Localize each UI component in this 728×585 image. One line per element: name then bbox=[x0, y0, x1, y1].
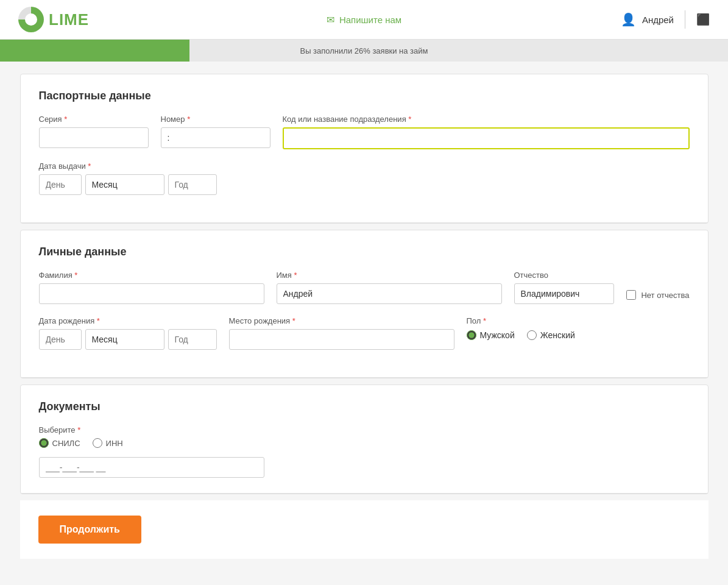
progress-bar-fill bbox=[0, 40, 189, 62]
seria-input[interactable] bbox=[39, 127, 149, 148]
header-right: 👤 Андрей ⬛ bbox=[621, 10, 710, 29]
documents-section-title: Документы bbox=[39, 400, 690, 413]
snils-input[interactable] bbox=[39, 457, 264, 478]
personal-divider bbox=[21, 377, 708, 378]
logo: LIME bbox=[18, 7, 89, 32]
date-vydachi-inputs: Месяц Январь Февраль Март Апрель Май Июн… bbox=[39, 174, 217, 195]
seria-label: Серия * bbox=[39, 115, 149, 124]
nomer-label: Номер * bbox=[161, 115, 270, 124]
doc-select-group: Выберите * СНИЛС ИНН bbox=[39, 425, 690, 457]
logo-icon bbox=[18, 7, 44, 32]
kod-group: Код или название подразделения * bbox=[283, 115, 690, 149]
kod-input[interactable] bbox=[283, 127, 690, 149]
pol-label: Пол * bbox=[467, 316, 575, 325]
date-vydachi-group: Дата выдачи * Месяц Январь Февраль Март … bbox=[39, 161, 217, 195]
passport-date-row: Дата выдачи * Месяц Январь Февраль Март … bbox=[39, 161, 690, 195]
dob-group: Дата рождения * Месяц Январь Февраль Мар… bbox=[39, 316, 217, 350]
dob-inputs: Месяц Январь Февраль Март Апрель Май Июн… bbox=[39, 329, 217, 350]
mesto-input[interactable] bbox=[229, 329, 454, 350]
documents-divider bbox=[21, 493, 708, 494]
user-name: Андрей bbox=[642, 15, 674, 25]
dob-month-select[interactable]: Месяц Январь Февраль Март Апрель Май Июн… bbox=[85, 329, 164, 350]
imya-input[interactable] bbox=[277, 283, 502, 304]
otchestvo-input[interactable] bbox=[514, 283, 615, 304]
submit-section: Продолжить bbox=[20, 500, 709, 559]
contact-link[interactable]: ✉ Напишите нам bbox=[327, 14, 401, 26]
male-radio[interactable] bbox=[467, 330, 476, 340]
header: LIME ✉ Напишите нам 👤 Андрей ⬛ bbox=[0, 0, 728, 40]
snils-radio[interactable] bbox=[39, 438, 49, 448]
logo-text: LIME bbox=[49, 10, 89, 29]
envelope-icon: ✉ bbox=[327, 14, 334, 26]
personal-section-title: Личные данные bbox=[39, 246, 690, 258]
otchestvo-group: Отчество bbox=[514, 271, 615, 304]
female-label: Женский bbox=[540, 330, 575, 340]
header-divider bbox=[685, 10, 685, 29]
nomer-group: Номер * bbox=[161, 115, 270, 148]
vydachi-month-select[interactable]: Месяц Январь Февраль Март Апрель Май Июн… bbox=[85, 174, 164, 195]
gender-radio-row: Мужской Женский bbox=[467, 330, 575, 340]
user-icon: 👤 bbox=[621, 12, 636, 27]
vydachi-day-input[interactable] bbox=[39, 174, 82, 195]
personal-section: Личные данные Фамилия * Имя * bbox=[20, 230, 709, 378]
snils-label: СНИЛС bbox=[52, 439, 80, 448]
dob-label: Дата рождения * bbox=[39, 316, 217, 325]
main-content: Паспортные данные Серия * Номер * bbox=[14, 74, 715, 559]
no-otchestvo-checkbox[interactable] bbox=[626, 290, 636, 300]
progress-bar-container: Вы заполнили 26% заявки на займ bbox=[0, 40, 728, 62]
contact-text: Напишите нам bbox=[339, 15, 401, 25]
doc-select-label: Выберите * bbox=[39, 425, 690, 434]
inn-radio-item[interactable]: ИНН bbox=[93, 438, 123, 448]
inn-label: ИНН bbox=[106, 439, 123, 448]
female-radio-item[interactable]: Женский bbox=[527, 330, 575, 340]
personal-section-inner: Личные данные Фамилия * Имя * bbox=[21, 230, 708, 377]
mesto-label: Место рождения * bbox=[229, 316, 454, 325]
submit-button[interactable]: Продолжить bbox=[38, 516, 141, 544]
male-radio-item[interactable]: Мужской bbox=[467, 330, 515, 340]
imya-group: Имя * bbox=[277, 271, 502, 304]
imya-label: Имя * bbox=[277, 271, 502, 280]
familiya-input[interactable] bbox=[39, 283, 264, 304]
documents-section: Документы Выберите * СНИЛС ИНН bbox=[20, 385, 709, 494]
passport-section: Паспортные данные Серия * Номер * bbox=[20, 74, 709, 224]
seria-group: Серия * bbox=[39, 115, 149, 148]
vydachi-year-input[interactable] bbox=[168, 174, 217, 195]
otchestvo-label: Отчество bbox=[514, 271, 615, 280]
mesto-group: Место рождения * bbox=[229, 316, 454, 350]
doc-radio-row: СНИЛС ИНН bbox=[39, 438, 690, 448]
no-otchestvo-label[interactable]: Нет отчества bbox=[641, 291, 689, 300]
inn-radio[interactable] bbox=[93, 438, 102, 448]
nomer-input[interactable] bbox=[161, 127, 270, 148]
snils-radio-item[interactable]: СНИЛС bbox=[39, 438, 80, 448]
passport-divider bbox=[21, 222, 708, 223]
passport-row-1: Серия * Номер * Код или название подразд… bbox=[39, 115, 690, 149]
familiya-label: Фамилия * bbox=[39, 271, 264, 280]
female-radio[interactable] bbox=[527, 330, 537, 340]
passport-section-inner: Паспортные данные Серия * Номер * bbox=[21, 74, 708, 222]
progress-text: Вы заполнили 26% заявки на займ bbox=[300, 46, 428, 55]
familiya-group: Фамилия * bbox=[39, 271, 264, 304]
gender-group: Пол * Мужской Женский bbox=[467, 316, 575, 340]
personal-row-2: Дата рождения * Месяц Январь Февраль Мар… bbox=[39, 316, 690, 350]
personal-row-1: Фамилия * Имя * Отчество bbox=[39, 271, 690, 304]
date-vydachi-label: Дата выдачи * bbox=[39, 161, 217, 171]
dob-year-input[interactable] bbox=[168, 329, 217, 350]
kod-label: Код или название подразделения * bbox=[283, 115, 690, 124]
logout-icon[interactable]: ⬛ bbox=[696, 13, 710, 26]
documents-section-inner: Документы Выберите * СНИЛС ИНН bbox=[21, 385, 708, 493]
male-label: Мужской bbox=[480, 330, 515, 340]
passport-section-title: Паспортные данные bbox=[39, 90, 690, 102]
no-otchestvo-group: Нет отчества bbox=[626, 290, 689, 300]
dob-day-input[interactable] bbox=[39, 329, 82, 350]
